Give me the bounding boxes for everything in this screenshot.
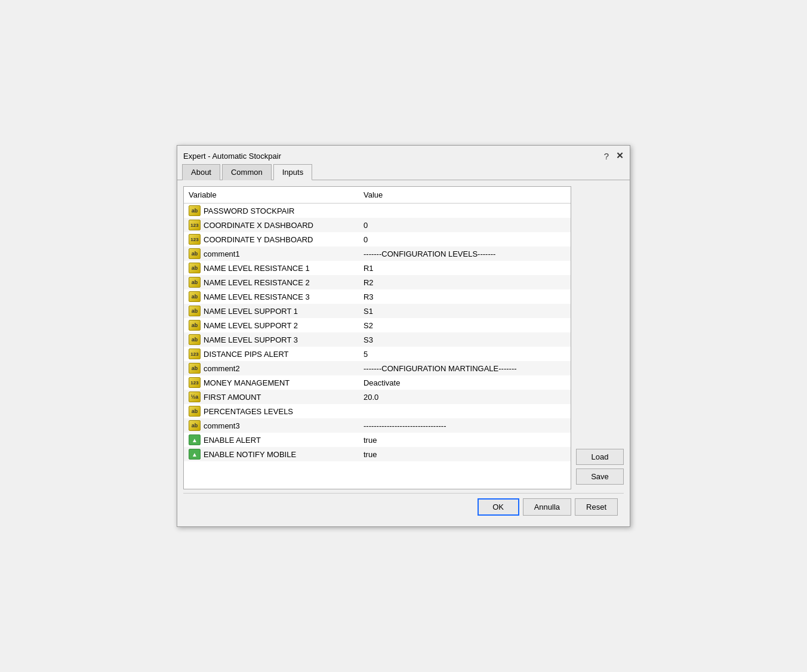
variable-name: NAME LEVEL RESISTANCE 2: [204, 278, 310, 287]
variable-name: NAME LEVEL RESISTANCE 3: [204, 292, 310, 301]
table-row[interactable]: abPERCENTAGES LEVELS: [184, 404, 571, 418]
value-cell: S1: [359, 304, 571, 318]
table-header-row: Variable Value: [184, 187, 571, 204]
variable-cell: abcomment2: [184, 361, 359, 375]
variable-name: MONEY MANAGEMENT: [204, 378, 289, 387]
table-row[interactable]: 123MONEY MANAGEMENTDeactivate: [184, 375, 571, 390]
variable-cell: abNAME LEVEL RESISTANCE 1: [184, 261, 359, 275]
variable-cell: abcomment3: [184, 418, 359, 433]
123-icon: 123: [189, 220, 201, 230]
variable-cell: 123COORDINATE X DASHBOARD: [184, 218, 359, 232]
variable-name: PERCENTAGES LEVELS: [204, 407, 293, 416]
value-cell: [359, 404, 571, 418]
table-row[interactable]: ½aFIRST AMOUNT20.0: [184, 390, 571, 404]
123-icon: 123: [189, 234, 201, 245]
variable-name: DISTANCE PIPS ALERT: [204, 350, 289, 359]
variable-name: NAME LEVEL SUPPORT 1: [204, 307, 298, 316]
variable-name: comment2: [204, 364, 240, 373]
variable-name: PASSWORD STOCKPAIR: [204, 206, 294, 215]
side-buttons-panel: Load Save: [576, 186, 624, 489]
variable-name: comment1: [204, 249, 240, 258]
inputs-table: Variable Value abPASSWORD STOCKPAIR123CO…: [184, 187, 571, 461]
table-row[interactable]: abcomment3------------------------------…: [184, 418, 571, 433]
value-cell: R2: [359, 275, 571, 289]
title-bar-controls: ? ✕: [604, 150, 624, 161]
value-cell: [359, 204, 571, 218]
variable-cell: abNAME LEVEL RESISTANCE 3: [184, 289, 359, 304]
table-row[interactable]: abNAME LEVEL RESISTANCE 3R3: [184, 289, 571, 304]
tab-common[interactable]: Common: [222, 164, 272, 180]
close-icon[interactable]: ✕: [616, 150, 624, 161]
variable-name: FIRST AMOUNT: [204, 393, 261, 402]
variable-name: NAME LEVEL SUPPORT 3: [204, 335, 298, 344]
variable-cell: abcomment1: [184, 246, 359, 261]
variable-cell: abNAME LEVEL SUPPORT 1: [184, 304, 359, 318]
123-icon: 123: [189, 377, 201, 388]
variable-name: ENABLE NOTIFY MOBILE: [204, 450, 296, 459]
variable-cell: abNAME LEVEL RESISTANCE 2: [184, 275, 359, 289]
ok-button[interactable]: OK: [478, 498, 519, 516]
value-cell: -------CONFIGURATION MARTINGALE-------: [359, 361, 571, 375]
variable-name: COORDINATE X DASHBOARD: [204, 221, 313, 230]
variable-cell: ▲ENABLE ALERT: [184, 433, 359, 447]
variable-cell: abNAME LEVEL SUPPORT 2: [184, 318, 359, 332]
table-row[interactable]: ▲ENABLE NOTIFY MOBILEtrue: [184, 447, 571, 461]
load-button[interactable]: Load: [576, 449, 624, 465]
main-area: Variable Value abPASSWORD STOCKPAIR123CO…: [183, 186, 624, 489]
main-window: Expert - Automatic Stockpair ? ✕ About C…: [177, 145, 630, 527]
variable-cell: 123MONEY MANAGEMENT: [184, 375, 359, 390]
ab-icon: ab: [189, 320, 201, 331]
variable-name: ENABLE ALERT: [204, 436, 261, 445]
cancel-button[interactable]: Annulla: [523, 498, 571, 516]
tab-bar: About Common Inputs: [177, 164, 630, 180]
123-icon: 123: [189, 349, 201, 359]
ab-icon: ab: [189, 205, 201, 216]
green-icon: ▲: [189, 449, 201, 460]
ab-icon: ab: [189, 420, 201, 431]
table-row[interactable]: abNAME LEVEL RESISTANCE 1R1: [184, 261, 571, 275]
help-icon[interactable]: ?: [604, 151, 609, 161]
value-cell: 20.0: [359, 390, 571, 404]
ab-icon: ab: [189, 263, 201, 273]
table-row[interactable]: abNAME LEVEL SUPPORT 3S3: [184, 332, 571, 347]
col-value-header: Value: [359, 187, 571, 204]
tab-inputs[interactable]: Inputs: [273, 164, 312, 180]
ab-icon: ab: [189, 277, 201, 288]
variable-cell: ½aFIRST AMOUNT: [184, 390, 359, 404]
table-row[interactable]: 123COORDINATE Y DASHBOARD0: [184, 232, 571, 246]
value-cell: S3: [359, 332, 571, 347]
value-cell: --------------------------------: [359, 418, 571, 433]
table-row[interactable]: abcomment2-------CONFIGURATION MARTINGAL…: [184, 361, 571, 375]
value-cell: R1: [359, 261, 571, 275]
window-title: Expert - Automatic Stockpair: [183, 152, 281, 161]
tab-content: Variable Value abPASSWORD STOCKPAIR123CO…: [177, 180, 630, 526]
variable-cell: abPERCENTAGES LEVELS: [184, 404, 359, 418]
value-cell: true: [359, 433, 571, 447]
ab-icon: ab: [189, 248, 201, 259]
table-row[interactable]: ▲ENABLE ALERTtrue: [184, 433, 571, 447]
value-cell: -------CONFIGURATION LEVELS-------: [359, 246, 571, 261]
value-cell: R3: [359, 289, 571, 304]
table-row[interactable]: abNAME LEVEL SUPPORT 1S1: [184, 304, 571, 318]
table-row[interactable]: abcomment1-------CONFIGURATION LEVELS---…: [184, 246, 571, 261]
value-cell: Deactivate: [359, 375, 571, 390]
value-cell: 0: [359, 232, 571, 246]
ab-icon: ab: [189, 406, 201, 417]
table-row[interactable]: 123DISTANCE PIPS ALERT5: [184, 347, 571, 361]
variable-name: comment3: [204, 421, 240, 430]
value-cell: 5: [359, 347, 571, 361]
save-button[interactable]: Save: [576, 468, 624, 485]
variable-cell: abPASSWORD STOCKPAIR: [184, 204, 359, 218]
title-bar: Expert - Automatic Stockpair ? ✕: [177, 146, 630, 164]
variable-cell: abNAME LEVEL SUPPORT 3: [184, 332, 359, 347]
table-row[interactable]: 123COORDINATE X DASHBOARD0: [184, 218, 571, 232]
table-row[interactable]: abNAME LEVEL RESISTANCE 2R2: [184, 275, 571, 289]
inputs-table-container: Variable Value abPASSWORD STOCKPAIR123CO…: [183, 186, 571, 489]
table-row[interactable]: abNAME LEVEL SUPPORT 2S2: [184, 318, 571, 332]
tab-about[interactable]: About: [182, 164, 220, 180]
value-cell: 0: [359, 218, 571, 232]
ab-icon: ab: [189, 363, 201, 374]
variable-name: COORDINATE Y DASHBOARD: [204, 235, 313, 244]
table-row[interactable]: abPASSWORD STOCKPAIR: [184, 204, 571, 218]
reset-button[interactable]: Reset: [575, 498, 618, 516]
